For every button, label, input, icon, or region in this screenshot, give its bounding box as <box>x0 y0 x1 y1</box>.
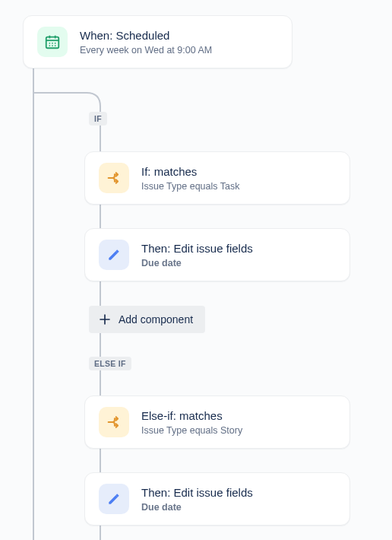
if-subtitle: Issue Type equals Task <box>141 181 239 192</box>
then2-subtitle: Due date <box>141 502 253 513</box>
if-title: If: matches <box>141 164 239 179</box>
svg-point-5 <box>52 43 53 44</box>
add-component-label: Add component <box>119 313 193 326</box>
trigger-subtitle: Every week on Wed at 9:00 AM <box>80 45 212 56</box>
svg-point-6 <box>55 43 56 44</box>
then-subtitle: Due date <box>141 258 253 268</box>
svg-point-8 <box>52 45 53 46</box>
trigger-card[interactable]: When: Scheduled Every week on Wed at 9:0… <box>23 15 292 68</box>
branch-icon <box>99 407 129 437</box>
elseif-subtitle: Issue Type equals Story <box>141 425 242 436</box>
add-component-button[interactable]: Add component <box>89 306 205 333</box>
elseif-badge: ELSE IF <box>89 357 131 370</box>
then-action-card-2[interactable]: Then: Edit issue fields Due date <box>84 472 350 526</box>
edit-icon <box>99 484 129 514</box>
svg-point-7 <box>49 45 50 46</box>
then2-title: Then: Edit issue fields <box>141 485 253 500</box>
branch-icon <box>99 163 129 193</box>
then-action-card[interactable]: Then: Edit issue fields Due date <box>84 228 350 281</box>
elseif-title: Else-if: matches <box>141 408 242 424</box>
svg-rect-0 <box>46 37 59 49</box>
svg-point-4 <box>49 43 50 44</box>
trigger-title: When: Scheduled <box>80 28 212 43</box>
if-badge: IF <box>89 112 107 125</box>
calendar-icon <box>37 27 68 57</box>
automation-canvas: When: Scheduled Every week on Wed at 9:0… <box>0 0 392 540</box>
plus-icon <box>98 313 112 326</box>
then-title: Then: Edit issue fields <box>141 241 253 256</box>
svg-point-9 <box>55 45 56 46</box>
edit-icon <box>99 240 129 270</box>
if-condition-card[interactable]: If: matches Issue Type equals Task <box>84 151 350 205</box>
elseif-condition-card[interactable]: Else-if: matches Issue Type equals Story <box>84 395 350 449</box>
